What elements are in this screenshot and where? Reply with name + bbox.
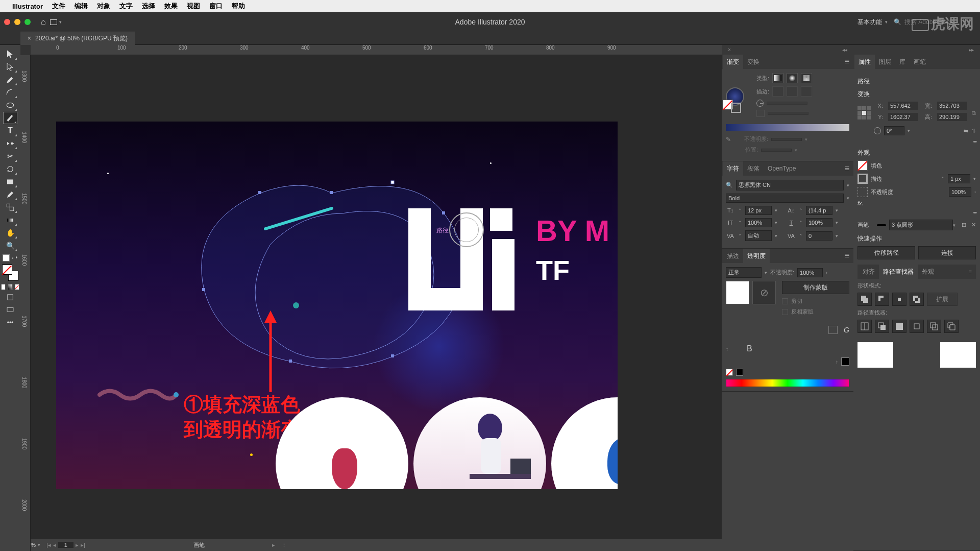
curvature-tool[interactable]: [3, 86, 17, 99]
transparency-thumbnail[interactable]: [726, 281, 749, 304]
panel-menu-icon[interactable]: ≡: [969, 269, 972, 275]
trim-button[interactable]: [875, 320, 889, 333]
minus-front-button[interactable]: [875, 293, 889, 306]
misc-g-icon[interactable]: G: [844, 326, 849, 334]
ellipse-tool[interactable]: [3, 99, 17, 111]
horizontal-ruler[interactable]: 0 100 200 300 400 500 600 700 800 900: [31, 45, 722, 55]
black-swatch-icon[interactable]: [736, 369, 743, 376]
panel-tab-layers[interactable]: 图层: [875, 55, 895, 69]
panel-tab-paragraph[interactable]: 段落: [743, 161, 764, 176]
default-fill-stroke-icon[interactable]: [3, 254, 10, 261]
expand-button[interactable]: 扩展: [927, 293, 958, 306]
horizontal-scale-input[interactable]: 100%: [806, 218, 832, 227]
menu-help[interactable]: 帮助: [232, 2, 245, 11]
brush-options-icon[interactable]: ⊞: [962, 222, 966, 228]
linear-gradient-button[interactable]: [772, 73, 783, 83]
merge-button[interactable]: [892, 320, 906, 333]
menu-type[interactable]: 文字: [119, 2, 133, 11]
panel-tab-character[interactable]: 字符: [723, 161, 743, 176]
hand-tool[interactable]: ✋: [3, 227, 17, 239]
dropdown-icon[interactable]: ▾: [775, 220, 777, 225]
close-window-button[interactable]: [4, 19, 10, 25]
link-wh-icon[interactable]: ⧉: [972, 110, 976, 116]
divide-button[interactable]: [857, 320, 872, 333]
panel-tab-align[interactable]: 对齐: [859, 265, 879, 279]
canvas-area[interactable]: 路径 BY M TF: [31, 55, 722, 539]
prev-artboard-button[interactable]: ◂: [53, 542, 56, 548]
dropdown-icon[interactable]: ›: [826, 270, 827, 275]
reference-point-selector[interactable]: [857, 106, 871, 119]
none-swatch-icon[interactable]: [726, 369, 733, 376]
gradient-tool[interactable]: [3, 214, 17, 226]
y-input[interactable]: [888, 113, 918, 121]
misc-icon[interactable]: [828, 326, 838, 334]
brush-thumbnail[interactable]: [857, 342, 893, 368]
brush-thumbnail[interactable]: [940, 342, 976, 368]
artboard-number-input[interactable]: [58, 542, 74, 548]
direct-selection-tool[interactable]: [3, 61, 17, 73]
panel-tab-properties[interactable]: 属性: [854, 55, 875, 69]
offset-path-button[interactable]: 位移路径: [857, 246, 915, 259]
stroke-weight-input[interactable]: 1 px: [948, 174, 970, 183]
dropdown-icon[interactable]: ▾: [973, 176, 976, 181]
panel-tab-opentype[interactable]: OpenType: [764, 161, 800, 176]
color-mode-icon[interactable]: [1, 284, 6, 290]
last-artboard-button[interactable]: ▸|: [81, 542, 85, 548]
status-play-icon[interactable]: ▸: [272, 542, 275, 548]
vertical-ruler[interactable]: 1300 1400 1500 1600 1700 1800 1900 2000: [20, 55, 31, 551]
selection-tool[interactable]: [3, 48, 17, 60]
x-input[interactable]: [888, 102, 918, 110]
font-family-input[interactable]: 思源黑体 CN: [736, 180, 844, 190]
artboard[interactable]: 路径 BY M TF: [56, 122, 618, 489]
exclude-button[interactable]: [910, 293, 924, 306]
outline-button[interactable]: [927, 320, 941, 333]
minus-back-button[interactable]: [944, 320, 959, 333]
dropdown-icon[interactable]: ▾: [836, 220, 838, 225]
crop-button[interactable]: [910, 320, 924, 333]
next-artboard-button[interactable]: ▸: [76, 542, 79, 548]
menu-view[interactable]: 视图: [187, 2, 200, 11]
height-input[interactable]: [937, 113, 967, 121]
spectrum-strip[interactable]: [726, 379, 849, 387]
opacity-input[interactable]: 100%: [949, 187, 971, 197]
paintbrush-tool[interactable]: [3, 112, 17, 124]
screen-mode-icon[interactable]: [3, 304, 17, 316]
edit-toolbar-icon[interactable]: •••: [3, 317, 17, 329]
panel-tab-stroke[interactable]: 描边: [723, 249, 743, 263]
menu-edit[interactable]: 编辑: [75, 2, 88, 11]
join-button[interactable]: 连接: [918, 246, 976, 259]
close-tab-icon[interactable]: ×: [28, 35, 31, 42]
width-input[interactable]: [937, 102, 967, 110]
app-name[interactable]: Illustrator: [12, 3, 43, 10]
rotation-input[interactable]: 0°: [884, 126, 904, 135]
kerning-input[interactable]: 自动: [745, 230, 772, 241]
rotate-tool[interactable]: [3, 163, 17, 175]
eyedropper-tool[interactable]: [3, 188, 17, 201]
color-swatch-icon[interactable]: [841, 357, 849, 366]
first-artboard-button[interactable]: |◂: [46, 542, 51, 548]
dropdown-icon[interactable]: ▾: [765, 270, 767, 275]
panel-tab-brushes[interactable]: 画笔: [910, 55, 930, 69]
document-tab[interactable]: × 2020.ai* @ 50% (RGB/GPU 预览): [20, 32, 135, 45]
panel-tab-gradient[interactable]: 渐变: [723, 55, 743, 69]
font-weight-input[interactable]: Bold: [726, 194, 844, 203]
none-mode-icon[interactable]: [15, 284, 19, 290]
stroke-color-swatch[interactable]: [857, 174, 868, 184]
mask-thumbnail[interactable]: ⊘: [752, 281, 776, 304]
gradient-stroke-swatch[interactable]: [731, 103, 741, 113]
leading-input[interactable]: (14.4 p: [806, 206, 832, 215]
gradient-slider[interactable]: [726, 124, 849, 131]
radial-gradient-button[interactable]: [787, 73, 798, 83]
arrange-documents-button[interactable]: ▾: [50, 19, 62, 25]
dropdown-icon[interactable]: ▾: [836, 208, 838, 213]
dropdown-icon[interactable]: ▾: [847, 183, 849, 188]
draw-mode-icon[interactable]: [3, 291, 17, 303]
panel-collapse-icon[interactable]: ▸▸: [966, 46, 977, 54]
unite-button[interactable]: [857, 293, 872, 306]
workspace-selector[interactable]: 基本功能▾: [857, 18, 888, 27]
gradient-mode-icon[interactable]: [8, 284, 12, 290]
scale-tool[interactable]: [3, 201, 17, 213]
panel-close-icon[interactable]: ×: [725, 46, 734, 54]
panel-menu-icon[interactable]: ≡: [845, 164, 849, 173]
panel-tab-pathfinder[interactable]: 路径查找器: [879, 265, 918, 279]
